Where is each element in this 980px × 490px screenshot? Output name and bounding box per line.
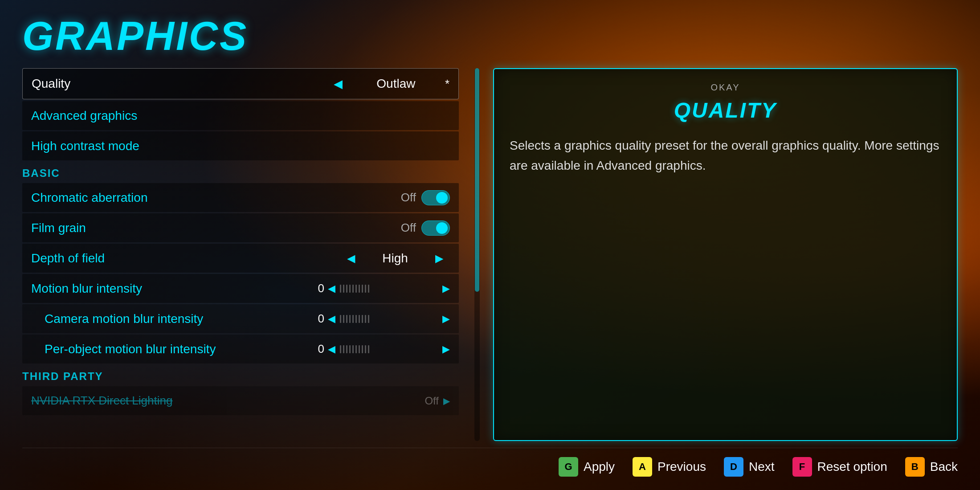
bottom-bar: G Apply A Previous D Next F Reset option… [22, 448, 958, 481]
dof-arrow-right-icon[interactable]: ▶ [435, 252, 443, 265]
tick [340, 345, 341, 353]
tick [362, 315, 363, 323]
tick [362, 345, 363, 353]
nvidia-arrow-right-icon: ▶ [443, 396, 450, 406]
tick [346, 285, 347, 293]
scrollbar[interactable] [474, 68, 480, 441]
nvidia-state: Off [425, 395, 439, 407]
per-object-blur-row: Per-object motion blur intensity 0 ◀ ▶ [22, 335, 459, 363]
info-description: Selects a graphics quality preset for th… [510, 136, 941, 176]
tick [349, 285, 351, 293]
chromatic-aberration-row: Chromatic aberration Off [22, 183, 459, 212]
back-label: Back [930, 460, 958, 474]
film-grain-row: Film grain Off [22, 213, 459, 242]
motion-blur-left-icon[interactable]: ◀ [328, 283, 335, 294]
camera-motion-blur-value: 0 [306, 312, 324, 326]
tick [352, 345, 354, 353]
advanced-graphics-row[interactable]: Advanced graphics [22, 101, 459, 130]
tick [359, 315, 360, 323]
tick [349, 345, 351, 353]
motion-blur-row: Motion blur intensity 0 ◀ ▶ [22, 274, 459, 303]
tick [365, 285, 366, 293]
previous-badge: A [633, 457, 652, 477]
dof-arrow-left-icon[interactable]: ◀ [347, 252, 355, 265]
tick [343, 345, 344, 353]
dof-value: High [362, 251, 429, 265]
per-object-blur-right-icon[interactable]: ▶ [442, 343, 450, 355]
quality-arrow-left-icon[interactable]: ◀ [334, 77, 343, 91]
quality-value: Outlaw [351, 77, 441, 91]
tick [346, 315, 347, 323]
tick [355, 315, 357, 323]
motion-blur-label: Motion blur intensity [31, 282, 306, 296]
film-grain-toggle[interactable] [421, 220, 450, 236]
chromatic-aberration-toggle[interactable] [421, 190, 450, 205]
info-subtitle: OKAY [510, 82, 941, 93]
per-object-blur-left-icon[interactable]: ◀ [328, 343, 335, 355]
next-action[interactable]: D Next [724, 457, 775, 477]
apply-label: Apply [584, 460, 615, 474]
tick [355, 285, 357, 293]
tick [352, 285, 354, 293]
tick [340, 315, 341, 323]
tick [340, 285, 341, 293]
info-title: QUALITY [510, 98, 941, 122]
chromatic-aberration-state: Off [401, 191, 416, 204]
quality-row[interactable]: Quality ◀ Outlaw * [22, 68, 459, 99]
back-action[interactable]: B Back [905, 457, 958, 477]
nvidia-row: NVIDIA RTX Direct Lighting Off ▶ [22, 386, 459, 415]
depth-of-field-label: Depth of field [31, 251, 340, 265]
reset-action[interactable]: F Reset option [792, 457, 887, 477]
page-title: GRAPHICS [22, 13, 958, 59]
next-badge: D [724, 457, 743, 477]
reset-badge: F [792, 457, 812, 477]
high-contrast-label: High contrast mode [31, 139, 450, 153]
film-grain-label: Film grain [31, 221, 401, 235]
quality-asterisk: * [445, 77, 449, 91]
motion-blur-track [340, 285, 438, 293]
apply-action[interactable]: G Apply [559, 457, 615, 477]
third-party-section-header: THIRD PARTY [22, 365, 459, 385]
tick [349, 315, 351, 323]
tick [362, 285, 363, 293]
tick [359, 285, 360, 293]
previous-action[interactable]: A Previous [633, 457, 706, 477]
camera-blur-left-icon[interactable]: ◀ [328, 313, 335, 325]
tick [343, 315, 344, 323]
tick [368, 345, 369, 353]
per-object-blur-track [340, 345, 438, 353]
camera-blur-track [340, 315, 438, 323]
camera-motion-blur-label: Camera motion blur intensity [45, 312, 306, 326]
high-contrast-row[interactable]: High contrast mode [22, 131, 459, 160]
tick [343, 285, 344, 293]
tick [359, 345, 360, 353]
film-grain-state: Off [401, 221, 416, 235]
reset-label: Reset option [817, 460, 887, 474]
tick [368, 285, 369, 293]
chromatic-aberration-label: Chromatic aberration [31, 191, 401, 205]
tick [365, 315, 366, 323]
next-label: Next [749, 460, 775, 474]
back-badge: B [905, 457, 925, 477]
tick [368, 315, 369, 323]
info-panel: OKAY QUALITY Selects a graphics quality … [493, 68, 958, 441]
apply-badge: G [559, 457, 578, 477]
settings-panel: Quality ◀ Outlaw * Advanced graphics Hig… [22, 68, 459, 441]
motion-blur-right-icon[interactable]: ▶ [442, 283, 450, 294]
tick [355, 345, 357, 353]
camera-motion-blur-row: Camera motion blur intensity 0 ◀ ▶ [22, 304, 459, 333]
scroll-thumb [475, 68, 479, 292]
tick [352, 315, 354, 323]
nvidia-label: NVIDIA RTX Direct Lighting [31, 394, 425, 408]
motion-blur-value: 0 [306, 282, 324, 295]
tick [365, 345, 366, 353]
per-object-blur-label: Per-object motion blur intensity [45, 342, 306, 356]
previous-label: Previous [657, 460, 706, 474]
tick [346, 345, 347, 353]
quality-label: Quality [32, 77, 334, 91]
camera-blur-right-icon[interactable]: ▶ [442, 313, 450, 325]
advanced-graphics-label: Advanced graphics [31, 109, 450, 123]
depth-of-field-row: Depth of field ◀ High ▶ [22, 244, 459, 273]
basic-section-header: BASIC [22, 162, 459, 182]
per-object-blur-value: 0 [306, 342, 324, 356]
